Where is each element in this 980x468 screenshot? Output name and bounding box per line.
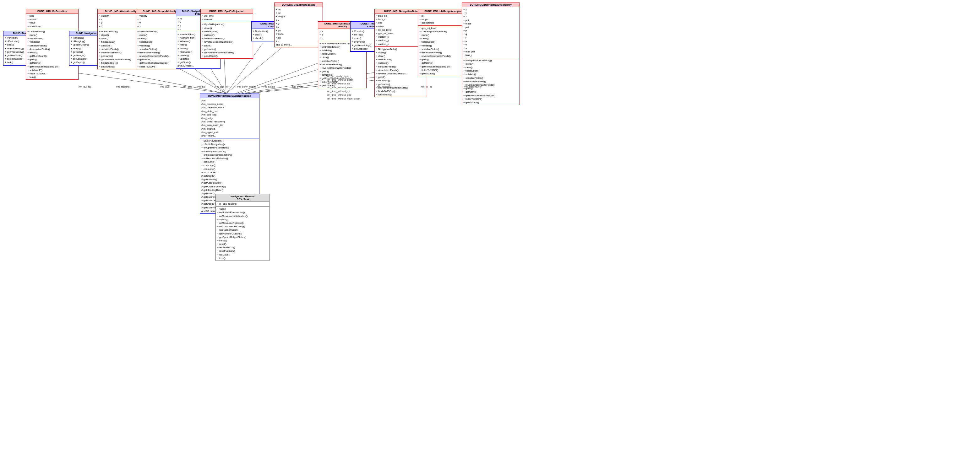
- label-time-without-euler: #m_time_without_euler: [327, 86, 353, 89]
- label-deriv-heave: #m_deriv_heave: [237, 86, 256, 88]
- navigation-general-title: Navigation::General:ROV::Task: [216, 194, 269, 201]
- navigation-general-box: Navigation::General:ROV::Task + m_gps_re…: [215, 194, 269, 261]
- label-wvel: #m_wvel: [160, 86, 170, 88]
- navigation-uncertainty-methods: + NavigationUncertainty() + clone() + cl…: [462, 58, 520, 105]
- estimated-state-box: DUNE::IMC::EstimatedState + lat + lon + …: [274, 3, 323, 48]
- gps-fix-rejection-methods: + GpsFixRejection() + clone() + fieldsEq…: [201, 22, 253, 59]
- label-evvel: #m_evvel: [292, 86, 303, 88]
- dv-rejection-title: DUNE::IMC::DvRejection: [26, 9, 78, 14]
- label-time-without-dvl: #m_time_without_dvl: [327, 90, 350, 93]
- label-gps-rej: #m_gps_rej: [215, 86, 228, 88]
- gps-fix-rejection-fields: + utc_time + reason: [201, 14, 253, 22]
- diagram-container: DUNE::Tasks::Periodic + Periodic() + ~Pe…: [0, 0, 980, 468]
- label-time-without-main-depth: #m_time_without_main_depth: [327, 97, 360, 100]
- label-dd-sanity-timer: #m_dd_sanity_timer: [327, 75, 349, 78]
- label-time-without-gps: #m_time_without_gps: [327, 94, 351, 96]
- label-gvel: #m_gvel: [183, 86, 192, 88]
- label-estate: #m_estate: [263, 86, 275, 88]
- gps-fix-rejection-box: DUNE::IMC::GpsFixRejection + utc_time + …: [200, 9, 253, 59]
- label-ranging: #m_ranging: [116, 86, 129, 88]
- label-dvl-rej: #m_dvl_rej: [78, 86, 91, 88]
- navigation-uncertainty-box: DUNE::IMC::NavigationUncertainty + x + y…: [462, 3, 520, 105]
- estimated-state-fields: + lat + lon + height + x + y + z + phi +…: [275, 7, 323, 47]
- label-kal: #m_kal: [197, 86, 205, 88]
- label-time-without-depth: #m_time_without_depth: [327, 78, 353, 81]
- navigation-general-methods: + Task() + onUpdateParameters() + onReso…: [216, 206, 269, 261]
- label-time-without-ab: #m_time_without_ab: [327, 82, 350, 85]
- navigation-uncertainty-fields: + x + y + z + phi + theta + psi + p + q …: [462, 7, 520, 58]
- gps-fix-rejection-title: DUNE::IMC::GpsFixRejection: [201, 9, 253, 14]
- label-navdata: #m_navdata: [377, 86, 391, 88]
- basic-navigation-title: DUNE::Navigation::BasicNavigation: [200, 94, 259, 98]
- basic-navigation-fields: # m # m_process_noise # m_measure_noise …: [200, 98, 259, 138]
- navigation-general-fields: + m_gps_reading: [216, 201, 269, 206]
- svg-line-3: [100, 69, 226, 94]
- estimated-state-title: DUNE::IMC::EstimatedState: [275, 3, 323, 7]
- dv-rejection-fields: + type + reason + value + timestamp: [26, 14, 78, 29]
- navigation-uncertainty-title: DUNE::IMC::NavigationUncertainty: [462, 3, 520, 7]
- label-lbl-ac: #m_lbl_ac: [421, 86, 432, 88]
- label-uncertainty: #m_uncertainty: [464, 86, 482, 88]
